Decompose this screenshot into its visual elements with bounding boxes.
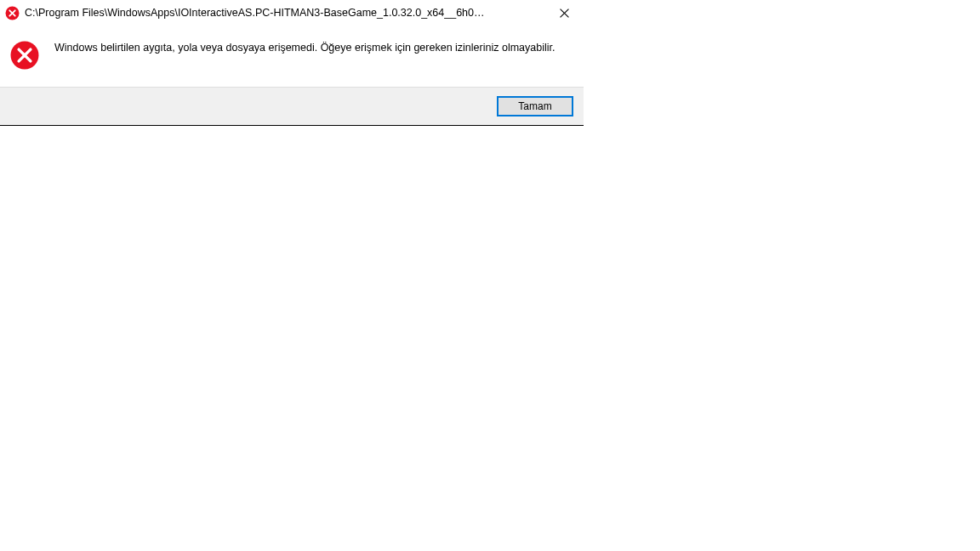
ok-button[interactable]: Tamam [497, 96, 573, 116]
titlebar: C:\Program Files\WindowsApps\IOInteracti… [0, 0, 584, 26]
dialog-title: C:\Program Files\WindowsApps\IOInteracti… [25, 7, 545, 19]
dialog-body: Windows belirtilen aygıta, yola veya dos… [0, 26, 584, 87]
close-icon [560, 9, 569, 18]
dialog-message: Windows belirtilen aygıta, yola veya dos… [54, 41, 555, 56]
error-icon [10, 41, 39, 70]
error-icon-small [5, 6, 20, 20]
error-dialog: C:\Program Files\WindowsApps\IOInteracti… [0, 0, 584, 126]
close-button[interactable] [545, 0, 584, 26]
dialog-footer: Tamam [0, 87, 584, 126]
